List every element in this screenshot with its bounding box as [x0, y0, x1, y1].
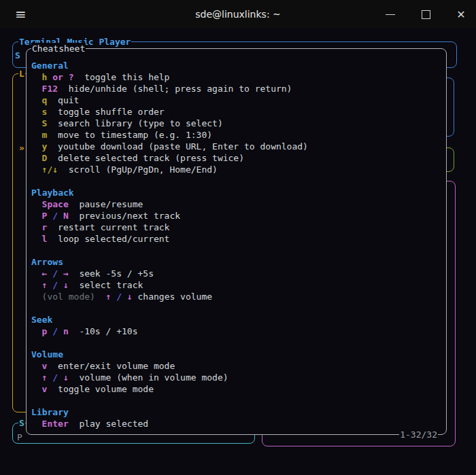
cheatsheet-token: n [63, 326, 69, 336]
cheatsheet-token: select track [69, 280, 143, 290]
close-icon: ✕ [456, 8, 465, 21]
cheatsheet-token: / [116, 292, 122, 302]
cheatsheet-token: previous/next track [69, 211, 180, 221]
cheatsheet-row: y youtube download (paste URL, Enter to … [31, 141, 443, 152]
cheatsheet-row: ← / → seek -5s / +5s [31, 268, 443, 279]
cheatsheet-token: scroll (PgUp/PgDn, Home/End) [58, 164, 218, 175]
cheatsheet-token: ↑/↓ [42, 164, 58, 175]
cheatsheet-row: h or ? toggle this help [31, 71, 443, 83]
window-controls: ✕ [381, 0, 471, 29]
cheatsheet-token [58, 372, 63, 383]
cheatsheet-token: Space [42, 199, 69, 209]
cheatsheet-token: changes volume [133, 292, 212, 302]
cheatsheet-token: toggle shuffle order [47, 107, 164, 117]
cheatsheet-row [31, 245, 443, 256]
cheatsheet-row: Library [31, 406, 443, 418]
cheatsheet-row: Enter play selected [31, 418, 443, 429]
close-button[interactable]: ✕ [452, 5, 471, 24]
titlebar: ≡ sde@linuxlinks: ~ ✕ [0, 0, 476, 29]
maximize-icon [422, 10, 430, 19]
maximize-button[interactable] [416, 5, 435, 24]
cheatsheet-row: (vol mode) ↑ / ↓ changes volume [31, 291, 443, 302]
cheatsheet-token: play selected [69, 419, 148, 429]
cheatsheet-token: N [63, 211, 69, 221]
cheatsheet-token [95, 292, 106, 302]
cheatsheet-token [58, 326, 63, 336]
cheatsheet-token: / [52, 372, 58, 383]
cheatsheet-row: p / n -10s / +10s [31, 326, 443, 337]
cheatsheet-row: s toggle shuffle order [31, 106, 443, 118]
cheatsheet-row: Space pause/resume [31, 198, 443, 210]
cheatsheet-token: Enter [42, 419, 69, 429]
cheatsheet-row: Volume [31, 349, 443, 360]
cheatsheet-token: ↓ [63, 280, 69, 290]
cheatsheet-row: ↑ / ↓ select track [31, 279, 443, 291]
cheatsheet-token: restart current track [47, 222, 169, 232]
cheatsheet-token: -10s / +10s [69, 326, 138, 336]
cheatsheet-row: D delete selected track (press twice) [31, 152, 443, 164]
cheatsheet-overlay: Cheatsheet Generalh or ? toggle this hel… [26, 48, 447, 435]
status-panel-title: S [18, 417, 25, 429]
cheatsheet-token: Seek [31, 315, 52, 325]
cheatsheet-token [58, 280, 63, 290]
cheatsheet-token: enter/exit volume mode [47, 361, 175, 371]
cheatsheet-token: or [52, 72, 63, 82]
cheatsheet-token [58, 268, 63, 279]
cheatsheet-token: ↓ [63, 372, 69, 383]
cheatsheet-token: search library (type to select) [47, 118, 222, 128]
cheatsheet-row: General [31, 60, 443, 71]
cheatsheet-row: ↑/↓ scroll (PgUp/PgDn, Home/End) [31, 164, 443, 175]
cheatsheet-token: seek -5s / +5s [69, 268, 154, 279]
cheatsheet-token [63, 72, 69, 82]
cheatsheet-token: / [52, 211, 58, 221]
cheatsheet-row: Seek [31, 314, 443, 326]
cheatsheet-row: F12 hide/unhide (shell; press again to r… [31, 83, 443, 94]
cheatsheet-token: Library [31, 407, 69, 417]
cheatsheet-token: delete selected track (press twice) [47, 153, 244, 163]
cheatsheet-token: Arrows [31, 257, 63, 267]
cheatsheet-token: hide/unhide (shell; press again to retur… [58, 84, 292, 94]
cheatsheet-scroll-counter: 1-32/32 [399, 429, 438, 440]
cheatsheet-token: ↓ [127, 292, 133, 302]
cheatsheet-row: v enter/exit volume mode [31, 360, 443, 372]
cheatsheet-row [31, 337, 443, 349]
cheatsheet-token: toggle volume mode [47, 384, 154, 394]
cheatsheet-token: loop selected/current [47, 234, 169, 244]
cheatsheet-row: v toggle volume mode [31, 383, 443, 395]
cheatsheet-token: youtube download (paste URL, Enter to do… [47, 141, 308, 152]
terminal-window: ≡ sde@linuxlinks: ~ ✕ Terminal Music Pla… [0, 0, 476, 475]
cheatsheet-token [122, 292, 127, 302]
cheatsheet-token: quit [47, 95, 79, 105]
cheatsheet-row [31, 175, 443, 187]
cheatsheet-token: / [52, 268, 58, 279]
cheatsheet-row: Playback [31, 187, 443, 198]
cheatsheet-row: S search library (type to select) [31, 118, 443, 129]
cheatsheet-token: F12 [42, 84, 58, 94]
cheatsheet-rows: Generalh or ? toggle this helpF12 hide/u… [31, 60, 443, 429]
player-panel-content: S [15, 50, 20, 61]
cheatsheet-token: Volume [31, 349, 63, 359]
status-panel-content: P [17, 432, 22, 443]
cheatsheet-token [111, 292, 116, 302]
selected-track-marker: » [19, 142, 24, 154]
cheatsheet-token: move to timestamp (e.g. 1:30) [47, 130, 212, 140]
cheatsheet-row [31, 302, 443, 314]
cheatsheet-token [58, 211, 63, 221]
cheatsheet-token: / [52, 280, 58, 290]
library-panel-title: L [18, 68, 25, 80]
minimize-icon [386, 14, 395, 15]
cheatsheet-row [31, 395, 443, 406]
minimize-button[interactable] [381, 5, 400, 24]
cheatsheet-row: Arrows [31, 256, 443, 268]
cheatsheet-token: → [63, 268, 69, 279]
cheatsheet-row: ↑ / ↓ volume (when in volume mode) [31, 372, 443, 383]
cheatsheet-token: General [31, 60, 69, 71]
cheatsheet-token: volume (when in volume mode) [69, 372, 228, 383]
cheatsheet-token: / [52, 326, 58, 336]
cheatsheet-row: P / N previous/next track [31, 210, 443, 222]
cheatsheet-row: r restart current track [31, 222, 443, 233]
cheatsheet-token: pause/resume [69, 199, 143, 209]
cheatsheet-token: Playback [31, 188, 74, 198]
cheatsheet-token: (vol mode) [42, 292, 95, 302]
cheatsheet-title: Cheatsheet [31, 43, 86, 54]
